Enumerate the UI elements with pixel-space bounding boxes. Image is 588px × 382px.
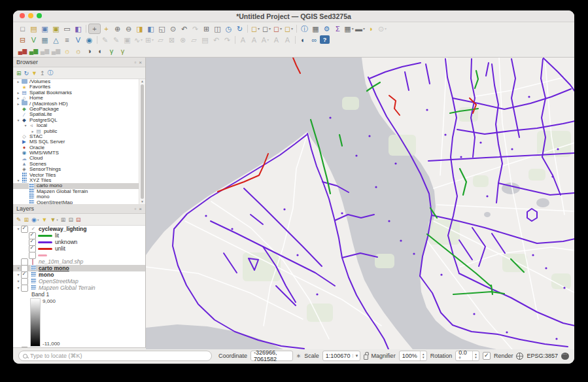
visibility-checkbox[interactable]: [29, 245, 36, 252]
bookmarks-button[interactable]: ⊙▾: [377, 24, 388, 33]
layer-item-mapzen-global-terrain[interactable]: ▾Mapzen Global Terrain: [13, 285, 145, 291]
expander-icon[interactable]: ▾: [16, 271, 21, 278]
delete-selected-button[interactable]: ⊠: [166, 35, 177, 44]
current-edits-button[interactable]: ✎: [99, 35, 111, 44]
crs-status[interactable]: EPSG:3857: [527, 353, 558, 359]
close-window-button[interactable]: [20, 13, 25, 18]
metasearch-button[interactable]: ◐: [298, 35, 309, 44]
layer-item-openstreetmap[interactable]: ▾OpenStreetMap: [13, 347, 145, 347]
legend-item-blank[interactable]: [13, 252, 145, 258]
digitize-with-segment-button[interactable]: ∿▾: [133, 35, 144, 44]
decrease-brightness-button[interactable]: ☼: [73, 46, 84, 56]
layer-item-carto-mono[interactable]: ▾carto mono: [13, 265, 145, 271]
layer-labeling-options-button[interactable]: A: [249, 35, 260, 44]
help-contents-button[interactable]: ?: [320, 35, 330, 44]
collapse-all-button[interactable]: ↥: [40, 70, 45, 77]
copy-features-button[interactable]: ▱: [188, 35, 199, 44]
dropdown-arrow-icon[interactable]: ▾: [37, 218, 39, 222]
scale-combo[interactable]: 1:100670▼: [322, 351, 361, 361]
map-canvas[interactable]: [146, 58, 574, 347]
save-project-as-button[interactable]: ▣: [50, 24, 61, 33]
layer-item-ne-10m-land-shp[interactable]: ne_10m_land.shp: [13, 258, 145, 265]
dropdown-arrow-icon[interactable]: ▾: [56, 218, 58, 222]
pan-map-button[interactable]: +: [88, 24, 101, 34]
full-cumulative-stretch-button[interactable]: ▄▆: [50, 46, 61, 56]
title-bar[interactable]: *Untitled Project — QGIS Sed3275a: [13, 10, 574, 22]
zoom-out-button[interactable]: ⊖: [123, 24, 134, 33]
browser-scrollbar[interactable]: ▲ ▼: [139, 79, 145, 204]
layer-item-mono[interactable]: ▾mono: [13, 271, 145, 278]
full-histogram-stretch-button[interactable]: ▄▆: [28, 46, 39, 56]
local-histogram-stretch-button[interactable]: ▄▆: [17, 46, 28, 56]
magnifier-spinbox[interactable]: 100% ▲▼: [399, 351, 427, 361]
dropdown-arrow-icon[interactable]: ▾: [141, 35, 143, 44]
filter-browser-button[interactable]: ▼: [31, 70, 37, 77]
add-delimited-text-layer-button[interactable]: ≡: [61, 35, 73, 44]
manage-map-themes-button[interactable]: ◉▾: [31, 217, 39, 223]
identify-features-button[interactable]: ⓘ: [299, 24, 310, 33]
zoom-to-selection-button[interactable]: ◨: [134, 24, 145, 33]
increase-brightness-button[interactable]: ☼: [61, 46, 73, 56]
vertex-tool-button[interactable]: ⊞▾: [144, 35, 155, 44]
save-project-button[interactable]: ▣: [39, 24, 50, 33]
pin-labels-button[interactable]: A: [271, 35, 282, 44]
browser-float-button[interactable]: ▫: [134, 60, 136, 65]
expander-icon[interactable]: ▾: [16, 347, 21, 347]
show-layout-manager-button[interactable]: ◧: [73, 24, 84, 33]
browser-close-button[interactable]: ×: [139, 60, 142, 65]
decrease-contrast-button[interactable]: ◐: [95, 46, 106, 56]
expand-all-button[interactable]: ⊞: [61, 217, 66, 223]
add-group-button[interactable]: ⊞: [24, 217, 29, 223]
new-3d-map-view-button[interactable]: ◫: [212, 24, 223, 33]
open-data-source-manager-button[interactable]: ⊟: [17, 35, 28, 44]
open-attribute-table-button[interactable]: ▦: [310, 24, 321, 33]
zoom-next-button[interactable]: ↷: [190, 24, 201, 33]
python-console-button[interactable]: ∞: [309, 35, 320, 44]
zoom-full-button[interactable]: ◱: [156, 24, 167, 33]
open-project-button[interactable]: ▤: [28, 24, 39, 33]
new-map-view-button[interactable]: ⊞: [201, 24, 212, 33]
chevron-down-icon[interactable]: ▼: [353, 354, 360, 358]
dropdown-arrow-icon[interactable]: ▾: [267, 35, 269, 44]
dropdown-arrow-icon[interactable]: ▾: [385, 24, 387, 33]
render-checkbox[interactable]: [483, 352, 491, 360]
dropdown-arrow-icon[interactable]: ▾: [280, 24, 282, 33]
new-project-button[interactable]: □: [17, 24, 28, 33]
new-print-layout-button[interactable]: ▭: [61, 24, 73, 33]
visibility-checkbox[interactable]: [21, 271, 28, 279]
lock-scale-icon[interactable]: [364, 355, 368, 360]
dropdown-arrow-icon[interactable]: ▾: [152, 35, 154, 44]
add-raster-layer-button[interactable]: ▦: [39, 35, 50, 44]
redo-button[interactable]: ↷: [222, 35, 233, 44]
messages-icon[interactable]: [561, 353, 569, 360]
dropdown-arrow-icon[interactable]: ▾: [352, 24, 354, 33]
scroll-up-icon[interactable]: ▲: [141, 79, 144, 84]
layers-close-button[interactable]: ×: [139, 206, 142, 212]
pan-to-selection-button[interactable]: +: [101, 24, 112, 33]
dropdown-arrow-icon[interactable]: ▾: [291, 24, 293, 33]
add-vector-layer-button[interactable]: V: [28, 35, 39, 44]
layer-labeling-button[interactable]: A: [237, 35, 249, 44]
toggle-editing-button[interactable]: ✎: [111, 35, 122, 44]
collapse-all-layers-button[interactable]: ⊟: [68, 217, 73, 223]
refresh-browser-button[interactable]: ↻: [24, 70, 29, 77]
paste-features-button[interactable]: ▤: [199, 35, 211, 44]
locator-search-input[interactable]: Type to locate (⌘K): [18, 351, 212, 361]
temporal-controller-button[interactable]: ◷: [223, 24, 234, 33]
filter-by-expression-button[interactable]: ▼▾: [50, 217, 58, 223]
visibility-checkbox[interactable]: [21, 226, 28, 233]
stepper-icons[interactable]: ▲▼: [420, 351, 426, 360]
select-by-value-button[interactable]: ◻▾: [261, 24, 272, 33]
dropdown-arrow-icon[interactable]: ▾: [269, 24, 271, 33]
zoom-last-button[interactable]: ↶: [179, 24, 190, 33]
undo-button[interactable]: ↶: [211, 35, 222, 44]
statistical-summary-button[interactable]: Σ: [332, 24, 343, 33]
measure-button[interactable]: ▬▾: [355, 24, 366, 33]
cut-features-button[interactable]: ⊗: [177, 35, 188, 44]
increase-gamma-button[interactable]: γ: [106, 46, 117, 56]
remove-layer-button[interactable]: ⊟: [76, 217, 81, 223]
select-features-button[interactable]: ◻▾: [250, 24, 261, 33]
browser-item-openstreetmap[interactable]: OpenStreetMap: [13, 200, 145, 204]
stepper-icons[interactable]: ▲▼: [472, 351, 479, 360]
extents-toggle-icon[interactable]: ∗: [296, 353, 302, 359]
